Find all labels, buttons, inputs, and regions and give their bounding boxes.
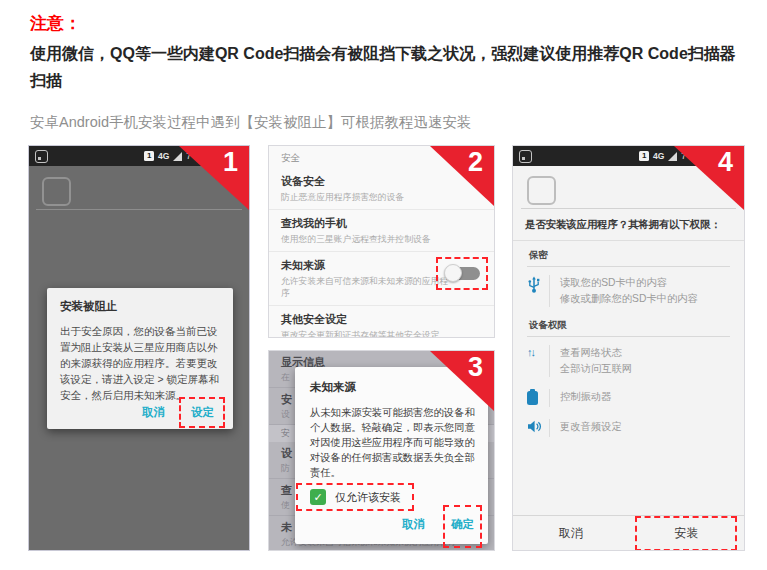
sim-badge: 1 [639, 151, 648, 161]
network-type: 4G [158, 151, 169, 161]
cancel-button[interactable]: 取消 [142, 405, 165, 420]
sim-badge: 1 [144, 151, 153, 161]
step-number: 3 [468, 352, 483, 382]
settings-item-find-my-phone[interactable]: 查找我的手机 使用您的三星账户远程查找并控制设备 [269, 210, 494, 252]
item-subtitle: 使用您的三星账户远程查找并控制设备 [281, 234, 482, 246]
settings-item-unknown-sources[interactable]: 未知来源 允许安装来自可信来源和未知来源的应用程序 [269, 252, 494, 306]
checkbox-label: 仅允许该安装 [335, 490, 401, 505]
permission-line: 全部访问互联网 [560, 361, 632, 377]
item-subtitle: 防止恶意应用程序损害您的设备 [281, 192, 482, 204]
dialog-buttons: 取消 设定 [60, 403, 220, 424]
permission-line: 修改或删除您的SD卡中的内容 [560, 291, 698, 307]
allow-once-checkbox[interactable]: ✓ [310, 489, 326, 505]
step-number: 1 [223, 147, 238, 177]
signal-icon [668, 152, 677, 161]
dialog-title: 未知来源 [310, 380, 476, 395]
permission-line: 更改音频设定 [560, 419, 622, 435]
permission-item-network: ↑↓ 查看网络状态 全部访问互联网 [513, 337, 744, 381]
toggle-knob [444, 264, 462, 282]
cancel-button[interactable]: 取消 [513, 522, 629, 545]
dialog-title: 安装被阻止 [60, 299, 220, 314]
dialog-buttons: 取消 确定 [310, 515, 476, 536]
notice-body: 使用微信，QQ等一些内建QR Code扫描会有被阻挡下载之状况，强烈建议使用推荐… [30, 40, 738, 94]
cancel-label: 取消 [553, 522, 589, 545]
screenshot-4: 1 4G 7 是否安装该应用程序？其将拥有以下权限： 保密 读取您的SD卡中的内… [512, 145, 745, 551]
screenshot-2: 安全 设备安全 防止恶意应用程序损害您的设备 查找我的手机 使用您的三星账户远程… [268, 145, 495, 338]
item-title: 查找我的手机 [281, 216, 482, 231]
unknown-sources-toggle[interactable] [444, 264, 480, 283]
dialog-body: 从未知来源安装可能损害您的设备和个人数据。轻敲确定，即表示您同意对因使用这些应用… [310, 405, 476, 480]
speaker-icon [527, 419, 549, 433]
permission-item-storage: 读取您的SD卡中的内容 修改或删除您的SD卡中的内容 [513, 267, 744, 311]
permission-lines: 控制振动器 [549, 389, 611, 407]
network-type: 4G [653, 151, 664, 161]
notice-subtext: 安卓Android手机安装过程中遇到【安装被阻止】可根据教程迅速安装 [30, 113, 730, 132]
permission-section-device: 设备权限 [527, 311, 730, 337]
screenshot-3: 显示信息 在 安 设 安 设 防 查 使 未 允许安装来自可信来源和未知来源的应… [268, 350, 495, 551]
permission-item-vibration: 控制振动器 [513, 381, 744, 411]
step-number: 4 [718, 147, 733, 177]
permission-item-audio: 更改音频设定 [513, 411, 744, 441]
vibration-icon [527, 389, 549, 405]
network-arrows-icon: ↑↓ [527, 345, 549, 358]
permission-section-privacy: 保密 [527, 241, 730, 267]
screenshot-1: 1 4G 7 安装被阻止 出于安全原因，您的设备当前已设置为阻止安装从三星应用商… [28, 145, 250, 551]
app-icon-placeholder [42, 177, 71, 206]
permission-line: 读取您的SD卡中的内容 [560, 275, 698, 291]
settings-item-other-security[interactable]: 其他安全设定 更改安全更新和证书存储等其他安全设定 [269, 306, 494, 338]
screenshot-notification-icon [35, 150, 48, 163]
install-button[interactable]: 安装 [668, 522, 704, 545]
step-number: 2 [468, 147, 483, 177]
item-title: 其他安全设定 [281, 312, 482, 327]
permission-lines: 查看网络状态 全部访问互联网 [549, 345, 632, 377]
notice-heading: 注意： [30, 12, 81, 35]
install-blocked-dialog: 安装被阻止 出于安全原因，您的设备当前已设置为阻止安装从三星应用商店以外的来源获… [47, 288, 233, 429]
cancel-button[interactable]: 取消 [402, 517, 425, 532]
item-subtitle: 更改安全更新和证书存储等其他安全设定 [281, 330, 482, 338]
permission-lines: 更改音频设定 [549, 419, 622, 437]
permission-lines: 读取您的SD卡中的内容 修改或删除您的SD卡中的内容 [549, 275, 698, 307]
permission-line: 查看网络状态 [560, 345, 632, 361]
signal-icon [173, 152, 182, 161]
install-question: 是否安装该应用程序？其将拥有以下权限： [513, 209, 744, 241]
confirm-button[interactable]: 确定 [451, 517, 474, 532]
usb-icon [527, 275, 549, 294]
settings-button[interactable]: 设定 [191, 405, 214, 420]
install-button-bar: 取消 安装 [513, 515, 744, 550]
permission-line: 控制振动器 [560, 389, 611, 405]
app-icon-placeholder [527, 176, 556, 205]
item-subtitle: 允许安装来自可信来源和未知来源的应用程序 [281, 276, 449, 300]
item-title: 设备安全 [281, 174, 482, 189]
screenshot-notification-icon [519, 150, 532, 163]
unknown-sources-dialog: 未知来源 从未知来源安装可能损害您的设备和个人数据。轻敲确定，即表示您同意对因使… [295, 367, 488, 544]
dialog-body: 出于安全原因，您的设备当前已设置为阻止安装从三星应用商店以外的来源获得的应用程序… [60, 323, 220, 403]
